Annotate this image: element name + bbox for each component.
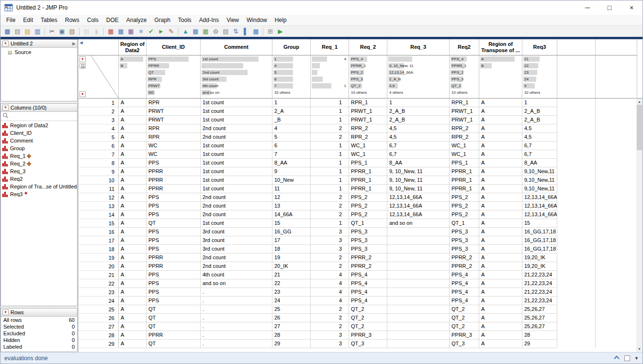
cell[interactable]: QT_2 (450, 305, 479, 314)
cell[interactable]: 8_AA (387, 159, 450, 167)
summary-cell[interactable]: 10 others (451, 89, 478, 96)
summary-cell[interactable]: 24 (523, 76, 556, 83)
summary-cell[interactable]: 2_A_B (388, 76, 448, 83)
collapse-sidebar-icon[interactable]: ◀ (79, 40, 83, 45)
cell[interactable]: 6,7 (522, 150, 557, 159)
cell[interactable] (387, 262, 450, 271)
cell[interactable]: PPRR_2 (450, 254, 479, 262)
cell[interactable]: PRWT_1 (450, 107, 479, 116)
cell[interactable]: 2nd count (201, 254, 272, 262)
cell[interactable]: 1 (311, 176, 349, 185)
summary-cell[interactable]: PPS_4 (350, 56, 386, 63)
column-item-req-1[interactable]: Req_1 (1, 152, 77, 160)
open-icon[interactable]: ▨ (23, 27, 33, 36)
cell[interactable]: A (479, 193, 522, 202)
cell[interactable]: 2nd count (201, 202, 272, 210)
row-number[interactable]: 20 (79, 262, 119, 271)
row-number[interactable]: 5 (79, 133, 119, 142)
cell[interactable]: 4 (311, 271, 349, 279)
cell[interactable]: 1st count (201, 99, 272, 107)
cell[interactable]: A (119, 271, 147, 279)
cell[interactable]: PPRR_1 (450, 167, 479, 176)
column-header-region-of-data2[interactable]: Region of Data2 (119, 39, 147, 55)
cell[interactable]: QT (147, 314, 201, 322)
summary-cell[interactable]: 3rd count (202, 76, 271, 83)
cell[interactable]: WC (147, 150, 201, 159)
cell[interactable]: 1st count (201, 185, 272, 193)
column-header-req-3[interactable]: Req_3 (387, 39, 450, 55)
menu-view[interactable]: View (223, 16, 243, 24)
cell[interactable]: 12 (272, 193, 311, 202)
row-number[interactable]: 3 (79, 116, 119, 124)
cell[interactable]: . (201, 322, 272, 331)
menu-doe[interactable]: DOE (102, 16, 123, 24)
cell[interactable]: 4 (272, 124, 311, 133)
menu-file[interactable]: File (2, 16, 19, 24)
lock-icon[interactable]: ▮ (91, 27, 102, 36)
cell[interactable]: 1 (311, 142, 349, 150)
cell[interactable]: RPR_2 (349, 133, 387, 142)
cell[interactable]: 3rd count (201, 236, 272, 245)
cell[interactable]: PPS (147, 279, 201, 288)
menu-analyze[interactable]: Analyze (123, 16, 151, 24)
summary-cell[interactable]: WC (147, 89, 199, 96)
cell[interactable]: 24 (272, 297, 311, 305)
cell[interactable]: 15 (522, 219, 557, 228)
row-number[interactable]: 24 (79, 297, 119, 305)
cell[interactable]: A (119, 202, 147, 210)
cell[interactable]: 16_GG,17,18 (522, 245, 557, 254)
cell[interactable]: A (119, 210, 147, 219)
row-number[interactable]: 12 (79, 193, 119, 202)
cell[interactable]: 1 (311, 167, 349, 176)
cell[interactable]: 1 (522, 99, 557, 107)
annotate-icon[interactable]: ✎ (166, 27, 176, 36)
cell[interactable]: 21,22,23,24 (522, 297, 557, 305)
cell[interactable] (387, 340, 450, 348)
summary-cell[interactable] (312, 76, 348, 83)
join-table-icon[interactable]: ▦ (126, 27, 136, 36)
rows-stat-all-rows[interactable]: All rows60 (1, 317, 77, 323)
cell[interactable]: A (119, 219, 147, 228)
cell[interactable]: 13 (272, 202, 311, 210)
cell[interactable]: 12,13,14_66A (387, 202, 450, 210)
cell[interactable]: 19,20_IK (522, 262, 557, 271)
cell[interactable]: 2nd count (201, 133, 272, 142)
cell[interactable]: 2nd count (201, 193, 272, 202)
cell[interactable]: QT_1 (349, 219, 387, 228)
cell[interactable]: 25,26,27 (522, 305, 557, 314)
menu-cols[interactable]: Cols (83, 16, 102, 24)
cell[interactable]: PRWT_1 (349, 116, 387, 124)
cell[interactable]: A (119, 116, 147, 124)
summary-cell[interactable]: . (202, 63, 271, 69)
cell[interactable]: PPS_3 (450, 228, 479, 236)
summary-cell[interactable]: 9 (523, 83, 556, 89)
cell[interactable]: QT_2 (349, 314, 387, 322)
cell[interactable]: 4,5 (522, 124, 557, 133)
summary-cell[interactable]: 12,13,14_66A (388, 69, 448, 76)
cell[interactable]: 3 (311, 331, 349, 340)
row-number[interactable]: 10 (79, 176, 119, 185)
summary-cell[interactable]: PPS_2 (451, 69, 478, 76)
summary-table-icon[interactable]: ▦ (106, 27, 116, 36)
cell[interactable]: and so on (387, 219, 450, 228)
cell[interactable]: 2 (311, 133, 349, 142)
cell[interactable]: A (479, 297, 522, 305)
cell[interactable]: PPS (147, 236, 201, 245)
cell[interactable]: QT_1 (450, 219, 479, 228)
row-number[interactable]: 15 (79, 219, 119, 228)
cell[interactable]: 12,13,14_66A (387, 193, 450, 202)
cell[interactable]: 6,7 (522, 142, 557, 150)
cell[interactable]: QT (147, 219, 201, 228)
menu-edit[interactable]: Edit (19, 16, 37, 24)
summary-cell[interactable]: 4 (273, 63, 309, 69)
cell[interactable]: PPS (147, 228, 201, 236)
cell[interactable]: QT_2 (450, 314, 479, 322)
cell[interactable]: 3 (311, 245, 349, 254)
cell[interactable]: 16_GG (272, 228, 311, 236)
summary-cell[interactable]: PPS_2 (350, 69, 386, 76)
cell[interactable]: A (479, 124, 522, 133)
new-journal-icon[interactable]: ▤ (12, 27, 23, 36)
cell[interactable]: 2_A (272, 107, 311, 116)
cell[interactable]: PPS_2 (349, 202, 387, 210)
cell[interactable]: A (119, 236, 147, 245)
